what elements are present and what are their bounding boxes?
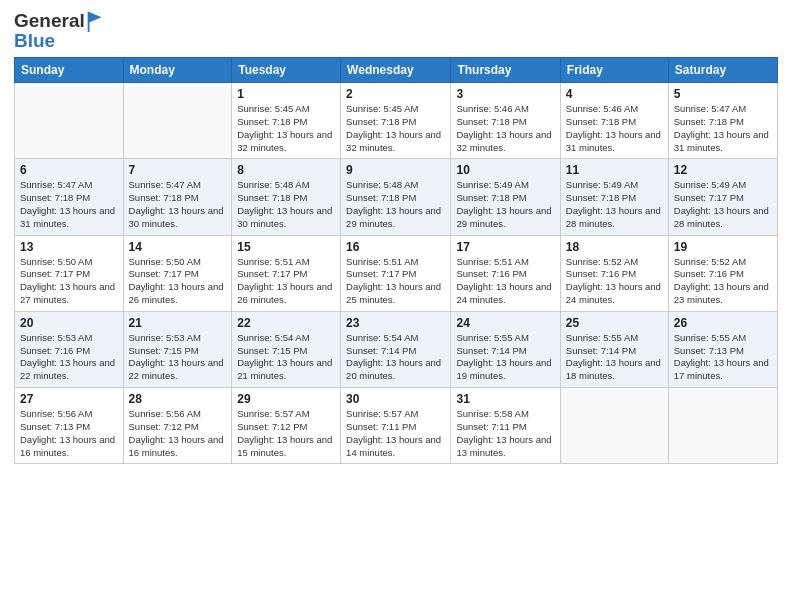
header-friday: Friday [560, 58, 668, 83]
day-number: 1 [237, 87, 335, 101]
day-number: 4 [566, 87, 663, 101]
day-number: 31 [456, 392, 554, 406]
day-info: Sunrise: 5:46 AM Sunset: 7:18 PM Dayligh… [456, 103, 554, 154]
calendar-cell [668, 388, 777, 464]
calendar-cell [560, 388, 668, 464]
calendar-cell: 1Sunrise: 5:45 AM Sunset: 7:18 PM Daylig… [232, 83, 341, 159]
day-number: 10 [456, 163, 554, 177]
day-info: Sunrise: 5:57 AM Sunset: 7:11 PM Dayligh… [346, 408, 445, 459]
logo: General Blue [14, 10, 104, 49]
day-number: 17 [456, 240, 554, 254]
day-number: 23 [346, 316, 445, 330]
day-info: Sunrise: 5:47 AM Sunset: 7:18 PM Dayligh… [20, 179, 118, 230]
day-info: Sunrise: 5:57 AM Sunset: 7:12 PM Dayligh… [237, 408, 335, 459]
day-info: Sunrise: 5:55 AM Sunset: 7:14 PM Dayligh… [566, 332, 663, 383]
day-number: 27 [20, 392, 118, 406]
calendar-cell: 26Sunrise: 5:55 AM Sunset: 7:13 PM Dayli… [668, 311, 777, 387]
calendar-table: Sunday Monday Tuesday Wednesday Thursday… [14, 57, 778, 464]
calendar-week-row: 6Sunrise: 5:47 AM Sunset: 7:18 PM Daylig… [15, 159, 778, 235]
day-number: 14 [129, 240, 227, 254]
day-number: 2 [346, 87, 445, 101]
day-info: Sunrise: 5:48 AM Sunset: 7:18 PM Dayligh… [237, 179, 335, 230]
day-number: 3 [456, 87, 554, 101]
day-number: 5 [674, 87, 772, 101]
day-number: 8 [237, 163, 335, 177]
calendar-cell: 21Sunrise: 5:53 AM Sunset: 7:15 PM Dayli… [123, 311, 232, 387]
calendar-cell: 16Sunrise: 5:51 AM Sunset: 7:17 PM Dayli… [341, 235, 451, 311]
calendar-cell: 11Sunrise: 5:49 AM Sunset: 7:18 PM Dayli… [560, 159, 668, 235]
calendar-week-row: 13Sunrise: 5:50 AM Sunset: 7:17 PM Dayli… [15, 235, 778, 311]
day-number: 18 [566, 240, 663, 254]
day-info: Sunrise: 5:52 AM Sunset: 7:16 PM Dayligh… [566, 256, 663, 307]
header-monday: Monday [123, 58, 232, 83]
day-info: Sunrise: 5:49 AM Sunset: 7:18 PM Dayligh… [566, 179, 663, 230]
calendar-cell: 17Sunrise: 5:51 AM Sunset: 7:16 PM Dayli… [451, 235, 560, 311]
day-info: Sunrise: 5:53 AM Sunset: 7:15 PM Dayligh… [129, 332, 227, 383]
calendar-cell: 13Sunrise: 5:50 AM Sunset: 7:17 PM Dayli… [15, 235, 124, 311]
calendar-cell: 3Sunrise: 5:46 AM Sunset: 7:18 PM Daylig… [451, 83, 560, 159]
day-number: 24 [456, 316, 554, 330]
calendar-cell: 5Sunrise: 5:47 AM Sunset: 7:18 PM Daylig… [668, 83, 777, 159]
calendar-cell: 20Sunrise: 5:53 AM Sunset: 7:16 PM Dayli… [15, 311, 124, 387]
header-tuesday: Tuesday [232, 58, 341, 83]
calendar-cell: 25Sunrise: 5:55 AM Sunset: 7:14 PM Dayli… [560, 311, 668, 387]
calendar-cell: 30Sunrise: 5:57 AM Sunset: 7:11 PM Dayli… [341, 388, 451, 464]
calendar-cell: 29Sunrise: 5:57 AM Sunset: 7:12 PM Dayli… [232, 388, 341, 464]
day-info: Sunrise: 5:55 AM Sunset: 7:13 PM Dayligh… [674, 332, 772, 383]
calendar-cell: 4Sunrise: 5:46 AM Sunset: 7:18 PM Daylig… [560, 83, 668, 159]
day-info: Sunrise: 5:48 AM Sunset: 7:18 PM Dayligh… [346, 179, 445, 230]
day-info: Sunrise: 5:45 AM Sunset: 7:18 PM Dayligh… [346, 103, 445, 154]
day-number: 29 [237, 392, 335, 406]
calendar-cell: 7Sunrise: 5:47 AM Sunset: 7:18 PM Daylig… [123, 159, 232, 235]
header-saturday: Saturday [668, 58, 777, 83]
calendar-cell: 8Sunrise: 5:48 AM Sunset: 7:18 PM Daylig… [232, 159, 341, 235]
calendar-cell: 22Sunrise: 5:54 AM Sunset: 7:15 PM Dayli… [232, 311, 341, 387]
day-info: Sunrise: 5:49 AM Sunset: 7:18 PM Dayligh… [456, 179, 554, 230]
calendar-cell: 12Sunrise: 5:49 AM Sunset: 7:17 PM Dayli… [668, 159, 777, 235]
day-info: Sunrise: 5:55 AM Sunset: 7:14 PM Dayligh… [456, 332, 554, 383]
day-number: 16 [346, 240, 445, 254]
day-number: 25 [566, 316, 663, 330]
day-number: 9 [346, 163, 445, 177]
calendar-cell: 18Sunrise: 5:52 AM Sunset: 7:16 PM Dayli… [560, 235, 668, 311]
day-info: Sunrise: 5:53 AM Sunset: 7:16 PM Dayligh… [20, 332, 118, 383]
calendar-cell: 31Sunrise: 5:58 AM Sunset: 7:11 PM Dayli… [451, 388, 560, 464]
calendar-cell: 24Sunrise: 5:55 AM Sunset: 7:14 PM Dayli… [451, 311, 560, 387]
logo-flag-icon [86, 10, 104, 32]
day-number: 19 [674, 240, 772, 254]
day-info: Sunrise: 5:46 AM Sunset: 7:18 PM Dayligh… [566, 103, 663, 154]
svg-marker-0 [88, 12, 101, 23]
day-info: Sunrise: 5:50 AM Sunset: 7:17 PM Dayligh… [20, 256, 118, 307]
day-number: 20 [20, 316, 118, 330]
day-info: Sunrise: 5:56 AM Sunset: 7:13 PM Dayligh… [20, 408, 118, 459]
day-info: Sunrise: 5:49 AM Sunset: 7:17 PM Dayligh… [674, 179, 772, 230]
weekday-header-row: Sunday Monday Tuesday Wednesday Thursday… [15, 58, 778, 83]
day-info: Sunrise: 5:50 AM Sunset: 7:17 PM Dayligh… [129, 256, 227, 307]
header-thursday: Thursday [451, 58, 560, 83]
calendar-cell: 15Sunrise: 5:51 AM Sunset: 7:17 PM Dayli… [232, 235, 341, 311]
calendar-cell [15, 83, 124, 159]
calendar-cell [123, 83, 232, 159]
calendar-cell: 14Sunrise: 5:50 AM Sunset: 7:17 PM Dayli… [123, 235, 232, 311]
day-number: 22 [237, 316, 335, 330]
header: General Blue [14, 10, 778, 49]
day-info: Sunrise: 5:51 AM Sunset: 7:17 PM Dayligh… [346, 256, 445, 307]
day-number: 28 [129, 392, 227, 406]
calendar-week-row: 20Sunrise: 5:53 AM Sunset: 7:16 PM Dayli… [15, 311, 778, 387]
day-info: Sunrise: 5:54 AM Sunset: 7:15 PM Dayligh… [237, 332, 335, 383]
day-number: 7 [129, 163, 227, 177]
calendar-cell: 10Sunrise: 5:49 AM Sunset: 7:18 PM Dayli… [451, 159, 560, 235]
day-number: 30 [346, 392, 445, 406]
header-sunday: Sunday [15, 58, 124, 83]
calendar-page: General Blue Sunday Monday Tuesday Wedne… [0, 0, 792, 612]
logo-general-text: General [14, 10, 85, 32]
calendar-cell: 2Sunrise: 5:45 AM Sunset: 7:18 PM Daylig… [341, 83, 451, 159]
day-info: Sunrise: 5:58 AM Sunset: 7:11 PM Dayligh… [456, 408, 554, 459]
calendar-cell: 23Sunrise: 5:54 AM Sunset: 7:14 PM Dayli… [341, 311, 451, 387]
day-number: 26 [674, 316, 772, 330]
day-number: 12 [674, 163, 772, 177]
day-info: Sunrise: 5:54 AM Sunset: 7:14 PM Dayligh… [346, 332, 445, 383]
calendar-week-row: 1Sunrise: 5:45 AM Sunset: 7:18 PM Daylig… [15, 83, 778, 159]
day-info: Sunrise: 5:56 AM Sunset: 7:12 PM Dayligh… [129, 408, 227, 459]
day-info: Sunrise: 5:51 AM Sunset: 7:16 PM Dayligh… [456, 256, 554, 307]
